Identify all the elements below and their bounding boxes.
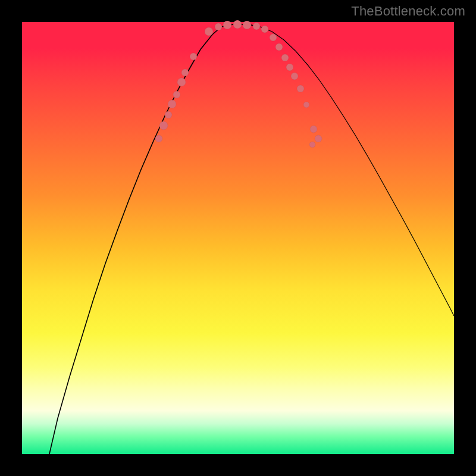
dot [173, 91, 180, 98]
dot [286, 64, 293, 71]
dot [223, 21, 231, 29]
dot [177, 78, 186, 86]
dot [310, 126, 317, 133]
dot [243, 21, 251, 29]
dot [233, 20, 242, 29]
dot [297, 85, 304, 92]
dot [261, 26, 268, 33]
dot [155, 135, 162, 142]
curve-layer [22, 22, 454, 454]
dot [168, 100, 176, 108]
dot [159, 121, 168, 130]
dot [275, 43, 283, 51]
dot [165, 111, 172, 118]
highlight-dots [155, 20, 322, 148]
dot [205, 27, 213, 36]
dot [303, 102, 309, 108]
dot [315, 135, 322, 142]
dot [270, 34, 277, 41]
dot [215, 23, 222, 30]
left-curve [49, 27, 221, 454]
dot [309, 142, 315, 148]
watermark-text: TheBottleneck.com [351, 4, 465, 19]
dot [253, 23, 260, 30]
plot-area [22, 22, 454, 454]
dot [181, 69, 189, 76]
dot [291, 73, 298, 80]
chart-stage: TheBottleneck.com [0, 0, 476, 476]
dot [190, 53, 197, 60]
dot [281, 54, 289, 61]
